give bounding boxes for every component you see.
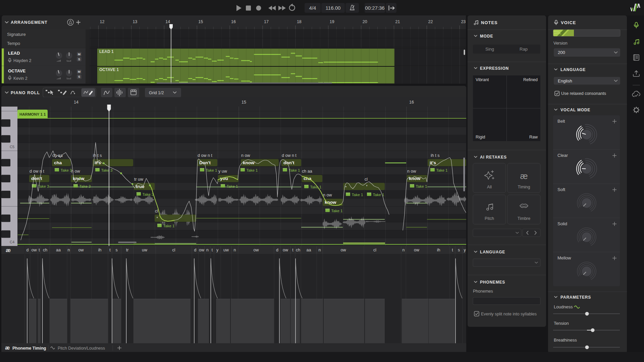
- svg-text:it's: it's: [430, 160, 436, 165]
- svg-text:s: s: [458, 248, 460, 252]
- svg-text:n ow: n ow: [407, 169, 416, 174]
- svg-text:13: 13: [132, 19, 137, 24]
- svg-text:Tension: Tension: [554, 321, 569, 326]
- svg-text:Take 1: Take 1: [163, 224, 175, 228]
- svg-text:Take 1: Take 1: [373, 193, 384, 197]
- svg-text:HARMONY 1 1: HARMONY 1 1: [19, 112, 46, 116]
- svg-text:': ': [157, 216, 158, 221]
- svg-text:All: All: [487, 185, 492, 189]
- svg-text:ow: ow: [283, 248, 288, 252]
- svg-text:ow: ow: [341, 248, 346, 252]
- svg-text:aa: aa: [56, 248, 61, 252]
- svg-text:200: 200: [558, 50, 565, 55]
- svg-text:12: 12: [100, 19, 105, 24]
- svg-text:OCTAVE 1: OCTAVE 1: [99, 67, 119, 72]
- svg-text:cl: cl: [155, 209, 158, 214]
- svg-text:cl: cl: [172, 248, 175, 252]
- svg-text:tr: tr: [126, 248, 129, 252]
- svg-text:VOCAL MODE: VOCAL MODE: [560, 108, 590, 112]
- svg-text:æ: æ: [6, 247, 11, 253]
- svg-text:Refined: Refined: [523, 77, 538, 82]
- svg-text:Pitch Deviation/Loudness: Pitch Deviation/Loudness: [58, 346, 105, 351]
- svg-text:Timbre: Timbre: [518, 216, 530, 221]
- svg-text:PARAMETERS: PARAMETERS: [560, 295, 591, 300]
- svg-text:Take 1: Take 1: [416, 184, 427, 188]
- svg-text:Take 3: Take 3: [61, 168, 72, 172]
- svg-text:ow: ow: [254, 248, 259, 252]
- svg-text:ih: ih: [98, 248, 102, 252]
- svg-text:Clear: Clear: [557, 153, 568, 158]
- svg-text:MODE: MODE: [480, 34, 493, 39]
- svg-text:d ow n t: d ow n t: [198, 153, 212, 158]
- svg-text:n: n: [68, 248, 70, 252]
- svg-text:y: y: [216, 248, 219, 252]
- svg-text:Take 1: Take 1: [310, 185, 322, 189]
- svg-text:Use relaxed consonants: Use relaxed consonants: [561, 91, 606, 96]
- svg-text:don't: don't: [31, 176, 42, 181]
- svg-text:Take 3: Take 3: [79, 184, 91, 188]
- svg-text:t: t: [39, 248, 40, 252]
- svg-text:116.00: 116.00: [326, 5, 341, 11]
- svg-text:English: English: [558, 78, 572, 83]
- svg-text:n: n: [319, 248, 321, 252]
- svg-text:Phoneme Timing: Phoneme Timing: [12, 346, 46, 351]
- svg-text:ow: ow: [414, 248, 420, 252]
- svg-text:aa: aa: [307, 248, 311, 252]
- svg-text:19: 19: [330, 19, 334, 24]
- svg-text:M: M: [78, 70, 80, 73]
- svg-text:C4: C4: [10, 240, 14, 244]
- svg-text:n: n: [234, 248, 236, 252]
- svg-text:AI RETAKES: AI RETAKES: [480, 155, 507, 160]
- svg-text:æ: æ: [5, 345, 10, 351]
- svg-text:s: s: [115, 248, 117, 252]
- svg-text:n: n: [206, 248, 209, 252]
- svg-text:15: 15: [241, 100, 246, 105]
- svg-text:Grid 1/2: Grid 1/2: [149, 90, 164, 95]
- svg-text:y uw: y uw: [218, 169, 227, 174]
- svg-text:Take 3: Take 3: [38, 184, 49, 188]
- svg-text:Sing: Sing: [485, 47, 494, 52]
- svg-text:cl: cl: [373, 248, 376, 252]
- svg-text:Rigid: Rigid: [476, 135, 485, 139]
- svg-text:16: 16: [409, 100, 414, 105]
- svg-text:y: y: [464, 248, 466, 252]
- svg-text:cl: cl: [365, 177, 368, 182]
- svg-text:Take 1: Take 1: [227, 184, 238, 188]
- svg-text:d ow n t: d ow n t: [282, 153, 297, 158]
- svg-text:Mellow: Mellow: [557, 255, 571, 260]
- svg-text:VOICE: VOICE: [561, 20, 576, 25]
- svg-text:ih: ih: [437, 248, 440, 252]
- svg-text:ow: ow: [199, 248, 205, 252]
- svg-text:PIANO ROLL: PIANO ROLL: [11, 90, 40, 95]
- svg-text:': ': [366, 184, 367, 189]
- svg-text:ch: ch: [43, 248, 47, 252]
- svg-text:LANGUAGE: LANGUAGE: [560, 67, 586, 72]
- svg-text:Phonemes: Phonemes: [473, 289, 493, 294]
- svg-text:ch aa: ch aa: [302, 169, 312, 174]
- svg-text:n: n: [402, 248, 405, 252]
- svg-text:d: d: [194, 248, 197, 252]
- svg-text:LANGUAGE: LANGUAGE: [480, 250, 505, 254]
- svg-text:t: t: [212, 248, 213, 252]
- svg-text:know: know: [409, 176, 421, 181]
- svg-text:NOTES: NOTES: [481, 20, 498, 25]
- svg-text:14: 14: [74, 100, 78, 105]
- svg-text:C5: C5: [10, 145, 14, 149]
- svg-text:Evenly split note into syllabl: Evenly split note into syllables: [481, 312, 537, 316]
- svg-text:00:27:36: 00:27:36: [365, 5, 384, 11]
- svg-text:16: 16: [231, 19, 236, 24]
- svg-text:EXPRESSION: EXPRESSION: [480, 66, 509, 71]
- svg-text:Loudness: Loudness: [554, 304, 573, 309]
- svg-text:æ: æ: [520, 171, 528, 181]
- svg-text:uw: uw: [223, 248, 229, 252]
- svg-text:t: t: [292, 248, 293, 252]
- svg-text:ow: ow: [32, 248, 37, 252]
- svg-text:Belt: Belt: [557, 119, 565, 124]
- svg-text:d: d: [276, 248, 278, 252]
- svg-text:true: true: [136, 184, 145, 189]
- svg-text:ih t s: ih t s: [431, 153, 439, 158]
- svg-text:23: 23: [461, 19, 466, 24]
- svg-text:S: S: [78, 57, 80, 61]
- svg-text:21: 21: [395, 19, 400, 24]
- svg-text:Take 1: Take 1: [206, 168, 217, 172]
